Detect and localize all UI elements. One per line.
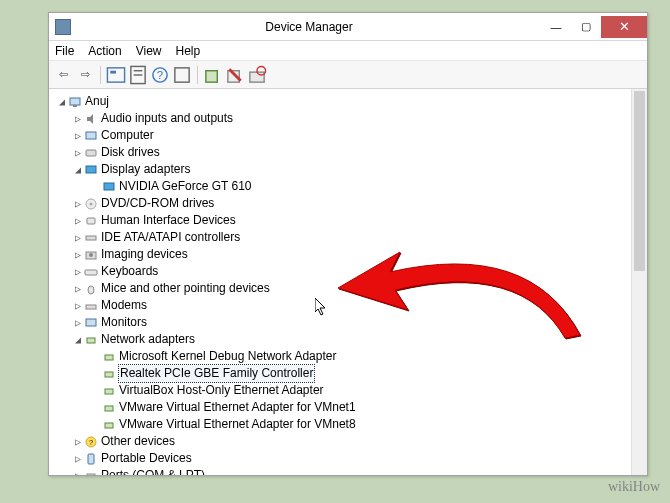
network-icon [84,333,98,347]
svg-rect-7 [175,67,189,81]
menubar: File Action View Help [49,41,647,61]
tree-cat-network[interactable]: ◢Network adapters [51,331,629,348]
watermark: wikiHow [608,479,660,495]
svg-rect-13 [70,98,80,105]
svg-rect-8 [206,70,217,81]
svg-rect-25 [85,270,97,275]
svg-rect-16 [86,150,96,156]
dvd-icon [84,197,98,211]
computer-icon [68,95,82,109]
scan-hardware-button[interactable] [247,65,267,85]
svg-rect-14 [73,105,77,107]
ports-icon [84,469,98,476]
tree-cat-ports[interactable]: ▷Ports (COM & LPT) [51,467,629,475]
back-button[interactable]: ⇦ [53,65,73,85]
svg-rect-31 [105,372,113,377]
tree-item-net-kernel[interactable]: Microsoft Kernel Debug Network Adapter [51,348,629,365]
tree-item-net-vmnet8[interactable]: VMware Virtual Ethernet Adapter for VMne… [51,416,629,433]
tree-root[interactable]: ◢Anuj [51,93,629,110]
action-button[interactable] [172,65,192,85]
vertical-scrollbar[interactable] [631,89,647,475]
nic-icon [102,384,116,398]
disk-icon [84,146,98,160]
tree-item-gpu[interactable]: NVIDIA GeForce GT 610 [51,178,629,195]
properties-button[interactable] [128,65,148,85]
toolbar: ⇦ ⇨ ? [49,61,647,89]
tree-cat-imaging[interactable]: ▷Imaging devices [51,246,629,263]
maximize-button[interactable]: ▢ [571,16,601,38]
help-button[interactable]: ? [150,65,170,85]
tree-cat-disk[interactable]: ▷Disk drives [51,144,629,161]
display-icon [84,163,98,177]
menu-help[interactable]: Help [174,44,203,58]
window-title: Device Manager [77,20,541,34]
portable-icon [84,452,98,466]
titlebar: Device Manager — ▢ ✕ [49,13,647,41]
device-manager-window: Device Manager — ▢ ✕ File Action View He… [48,12,648,476]
svg-rect-0 [107,67,124,81]
tree-cat-portable[interactable]: ▷Portable Devices [51,450,629,467]
update-driver-button[interactable] [203,65,223,85]
svg-rect-18 [104,183,114,190]
svg-rect-22 [86,236,96,240]
close-button[interactable]: ✕ [601,16,647,38]
svg-rect-37 [88,454,94,464]
tree-cat-computer[interactable]: ▷Computer [51,127,629,144]
svg-rect-17 [86,166,96,173]
svg-point-26 [88,286,94,294]
modem-icon [84,299,98,313]
svg-rect-28 [86,319,96,326]
svg-rect-33 [105,406,113,411]
tree-cat-audio[interactable]: ▷Audio inputs and outputs [51,110,629,127]
other-icon: ? [84,435,98,449]
tree-cat-modems[interactable]: ▷Modems [51,297,629,314]
tree-cat-ide[interactable]: ▷IDE ATA/ATAPI controllers [51,229,629,246]
tree-item-net-realtek[interactable]: Realtek PCIe GBE Family Controller [51,365,629,382]
scrollbar-thumb[interactable] [634,91,645,271]
svg-text:?: ? [157,69,163,81]
menu-file[interactable]: File [53,44,76,58]
svg-rect-27 [86,305,96,309]
tree-cat-monitors[interactable]: ▷Monitors [51,314,629,331]
show-hidden-button[interactable] [106,65,126,85]
svg-point-24 [89,253,93,257]
tree-cat-hid[interactable]: ▷Human Interface Devices [51,212,629,229]
tree-cat-mice[interactable]: ▷Mice and other pointing devices [51,280,629,297]
svg-text:?: ? [89,438,94,447]
nic-icon [102,367,116,381]
audio-icon [84,112,98,126]
menu-action[interactable]: Action [86,44,123,58]
uninstall-button[interactable] [225,65,245,85]
forward-button[interactable]: ⇨ [75,65,95,85]
display-icon [102,180,116,194]
tree-cat-display[interactable]: ◢Display adapters [51,161,629,178]
svg-rect-34 [105,423,113,428]
svg-rect-38 [87,474,95,476]
tree-cat-other[interactable]: ▷?Other devices [51,433,629,450]
nic-icon [102,350,116,364]
mouse-icon [84,282,98,296]
monitor-icon [84,316,98,330]
tree-item-net-vbox[interactable]: VirtualBox Host-Only Ethernet Adapter [51,382,629,399]
device-tree[interactable]: ◢Anuj ▷Audio inputs and outputs ▷Compute… [49,89,631,475]
svg-rect-30 [105,355,113,360]
nic-icon [102,401,116,415]
svg-rect-15 [86,132,96,139]
tree-cat-dvd[interactable]: ▷DVD/CD-ROM drives [51,195,629,212]
computer-icon [84,129,98,143]
svg-rect-32 [105,389,113,394]
svg-rect-1 [110,70,116,73]
svg-rect-29 [87,338,95,343]
tree-cat-keyboards[interactable]: ▷Keyboards [51,263,629,280]
svg-point-20 [90,202,93,205]
hid-icon [84,214,98,228]
keyboard-icon [84,265,98,279]
minimize-button[interactable]: — [541,16,571,38]
svg-rect-11 [250,72,264,82]
imaging-icon [84,248,98,262]
nic-icon [102,418,116,432]
app-icon [55,19,71,35]
menu-view[interactable]: View [134,44,164,58]
svg-rect-21 [87,218,95,224]
tree-item-net-vmnet1[interactable]: VMware Virtual Ethernet Adapter for VMne… [51,399,629,416]
